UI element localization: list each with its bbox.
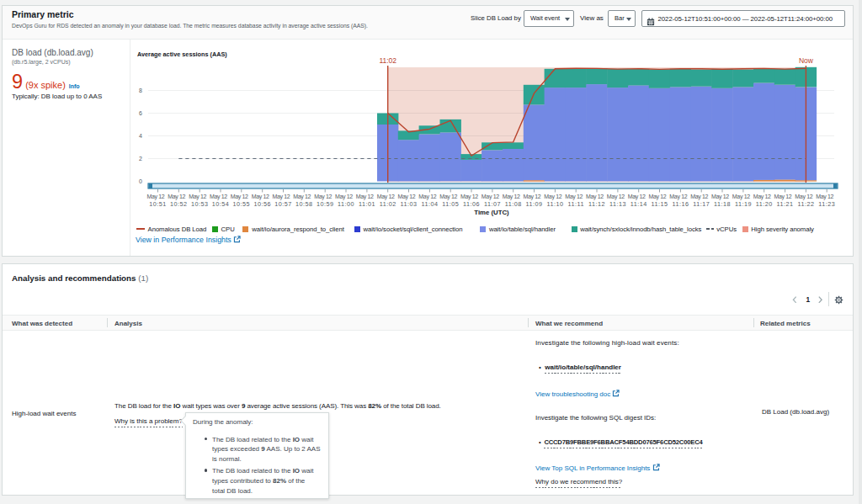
svg-text:11:02: 11:02 bbox=[380, 200, 396, 208]
svg-text:10:54: 10:54 bbox=[212, 200, 230, 208]
svg-text:May 12: May 12 bbox=[690, 194, 708, 200]
svg-text:May 12: May 12 bbox=[439, 194, 457, 200]
svg-text:May 12: May 12 bbox=[314, 194, 332, 200]
svg-text:11:18: 11:18 bbox=[714, 200, 731, 208]
svg-text:8: 8 bbox=[139, 88, 142, 93]
svg-text:11:08: 11:08 bbox=[505, 200, 522, 208]
svg-text:May 12: May 12 bbox=[210, 194, 227, 200]
svg-text:11:17: 11:17 bbox=[693, 200, 710, 208]
svg-text:May 12: May 12 bbox=[146, 194, 164, 200]
svg-text:10:55: 10:55 bbox=[233, 200, 251, 208]
svg-text:May 12: May 12 bbox=[648, 194, 666, 200]
svg-text:May 12: May 12 bbox=[293, 194, 311, 200]
svg-text:May 12: May 12 bbox=[795, 194, 812, 200]
svg-text:11:06: 11:06 bbox=[463, 200, 480, 208]
svg-text:10:51: 10:51 bbox=[149, 200, 167, 208]
svg-text:11:09: 11:09 bbox=[526, 200, 543, 208]
svg-text:May 12: May 12 bbox=[523, 194, 540, 200]
svg-text:May 12: May 12 bbox=[816, 194, 833, 200]
svg-text:May 12: May 12 bbox=[586, 194, 604, 200]
svg-text:11:21: 11:21 bbox=[777, 200, 794, 208]
svg-text:May 12: May 12 bbox=[544, 194, 561, 200]
svg-text:11:05: 11:05 bbox=[442, 200, 459, 208]
svg-text:May 12: May 12 bbox=[252, 194, 269, 200]
svg-text:May 12: May 12 bbox=[607, 194, 625, 200]
svg-text:2: 2 bbox=[139, 156, 142, 162]
svg-text:Time (UTC): Time (UTC) bbox=[474, 209, 509, 216]
svg-text:May 12: May 12 bbox=[460, 194, 478, 200]
svg-text:11:15: 11:15 bbox=[652, 200, 668, 208]
svg-text:11:11: 11:11 bbox=[567, 200, 583, 208]
svg-text:May 12: May 12 bbox=[418, 194, 436, 200]
svg-text:May 12: May 12 bbox=[335, 194, 353, 200]
svg-text:10:58: 10:58 bbox=[295, 200, 313, 208]
svg-text:10:57: 10:57 bbox=[274, 200, 292, 208]
svg-text:May 12: May 12 bbox=[503, 194, 520, 200]
svg-text:11:20: 11:20 bbox=[756, 200, 773, 208]
svg-text:Now: Now bbox=[799, 56, 814, 65]
svg-text:May 12: May 12 bbox=[774, 194, 792, 200]
svg-text:11:00: 11:00 bbox=[338, 200, 354, 208]
svg-text:11:14: 11:14 bbox=[631, 200, 647, 208]
svg-text:May 12: May 12 bbox=[189, 194, 206, 200]
svg-text:10:53: 10:53 bbox=[191, 200, 209, 208]
svg-text:May 12: May 12 bbox=[753, 194, 771, 200]
svg-text:11:23: 11:23 bbox=[818, 200, 835, 208]
svg-text:11:07: 11:07 bbox=[484, 200, 501, 208]
svg-text:May 12: May 12 bbox=[628, 194, 646, 200]
svg-text:10:59: 10:59 bbox=[317, 200, 334, 208]
svg-text:11:19: 11:19 bbox=[735, 200, 752, 208]
svg-text:10:52: 10:52 bbox=[170, 200, 188, 208]
svg-text:11:16: 11:16 bbox=[672, 200, 689, 208]
svg-text:May 12: May 12 bbox=[711, 194, 729, 200]
svg-text:May 12: May 12 bbox=[732, 194, 750, 200]
svg-text:May 12: May 12 bbox=[272, 194, 290, 200]
svg-text:11:10: 11:10 bbox=[546, 200, 563, 208]
svg-text:May 12: May 12 bbox=[377, 194, 395, 200]
svg-text:May 12: May 12 bbox=[482, 194, 499, 200]
svg-text:11:01: 11:01 bbox=[359, 200, 375, 208]
svg-text:11:22: 11:22 bbox=[797, 200, 814, 208]
svg-text:10:56: 10:56 bbox=[253, 200, 271, 208]
svg-text:6: 6 bbox=[139, 110, 142, 116]
svg-text:11:03: 11:03 bbox=[401, 200, 418, 208]
svg-text:4: 4 bbox=[139, 133, 142, 139]
svg-text:May 12: May 12 bbox=[565, 194, 583, 200]
svg-text:11:12: 11:12 bbox=[588, 200, 605, 208]
svg-text:0: 0 bbox=[139, 178, 142, 184]
svg-text:May 12: May 12 bbox=[168, 194, 185, 200]
svg-text:May 12: May 12 bbox=[669, 194, 687, 200]
svg-text:11:04: 11:04 bbox=[421, 200, 438, 208]
svg-text:May 12: May 12 bbox=[397, 194, 415, 200]
svg-text:11:13: 11:13 bbox=[609, 200, 626, 208]
svg-text:May 12: May 12 bbox=[231, 194, 248, 200]
svg-text:May 12: May 12 bbox=[356, 194, 374, 200]
svg-text:11:02: 11:02 bbox=[379, 56, 396, 65]
